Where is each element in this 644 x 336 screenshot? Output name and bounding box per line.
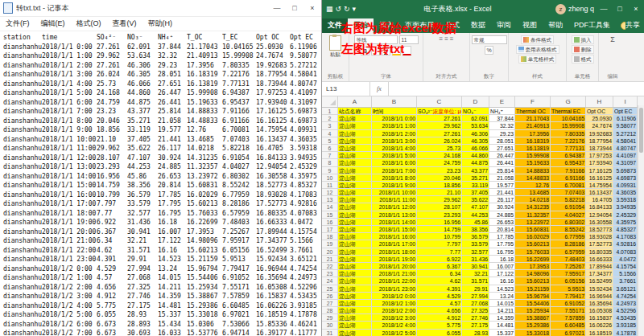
excel-cell[interactable]: NH₄⁺ (489, 108, 515, 115)
row-number[interactable]: 31 (322, 330, 338, 336)
excel-cell[interactable]: 14.523 (489, 285, 515, 293)
excel-cell[interactable]: 4.74254 (613, 293, 638, 300)
excel-cell[interactable]: 44.875 (462, 159, 489, 166)
ribbon-tab-7[interactable]: 视图 (517, 18, 543, 33)
excel-cell[interactable]: Opt EC (613, 108, 638, 115)
excel-cell[interactable]: 2018/1/1 0:00 (372, 115, 417, 122)
excel-cell[interactable]: 14.359 (489, 314, 515, 322)
excel-cell[interactable]: 4.92816 (613, 240, 638, 248)
excel-cell[interactable]: 26.117 (489, 196, 515, 203)
ribbon-tab-9[interactable]: PDF工具集 (568, 18, 616, 33)
excel-cell[interactable]: 淀山湖 (338, 270, 372, 277)
excel-cell[interactable]: 15.60213 (515, 277, 551, 285)
excel-cell[interactable]: 19.577 (489, 182, 515, 189)
excel-cell[interactable]: 淀山湖 (338, 330, 372, 336)
excel-cell[interactable]: 32.21 (462, 270, 489, 277)
row-number[interactable]: 15 (322, 211, 338, 219)
excel-cell[interactable]: 17.3956 (515, 130, 551, 137)
excel-cell[interactable]: 17.93940 (586, 159, 613, 166)
excel-cell[interactable]: 14.759 (417, 226, 462, 233)
ribbon-tab-8[interactable]: 帮助 (543, 18, 568, 33)
excel-cell[interactable]: 21.17043 (515, 115, 551, 122)
excel-cell[interactable]: 20.046 (417, 174, 462, 182)
column-header-B[interactable]: B (372, 96, 417, 107)
row-number[interactable]: 22 (322, 263, 338, 270)
row-number[interactable]: 13 (322, 196, 338, 203)
excel-cell[interactable]: 35.271 (462, 174, 489, 182)
share-button[interactable]: 共享 (625, 20, 644, 33)
excel-cell[interactable]: 26.653 (489, 219, 515, 226)
excel-cell[interactable]: 2018/1/1 10:00 (372, 189, 417, 196)
excel-cell[interactable]: 29.962 (417, 122, 462, 129)
save-icon[interactable]: ▦ (326, 5, 333, 13)
excel-cell[interactable]: 27.746 (462, 314, 489, 322)
excel-cell[interactable]: 2018/1/1 22:00 (372, 277, 417, 285)
excel-grid[interactable]: 1站点名称时间SO₄²⁻浓度单位: μg/m³NO₃⁻NH₄⁺Thermal O… (322, 108, 638, 336)
excel-close-icon[interactable]: × (628, 0, 644, 18)
excel-cell[interactable]: 5.1566 (613, 270, 638, 277)
excel-cell[interactable]: 17.89944 (586, 263, 613, 270)
excel-cell[interactable]: 淀山湖 (338, 152, 372, 159)
excel-cell[interactable]: 5.69873 (613, 167, 638, 174)
excel-cell[interactable]: 15.54406 (515, 300, 551, 307)
excel-cell[interactable]: 4.41097 (613, 152, 638, 159)
excel-cell[interactable]: 2018/1/1 8:00 (372, 174, 417, 182)
excel-cell[interactable]: 16.30558 (586, 219, 613, 226)
excel-cell[interactable]: 2018/1/1 20:00 (372, 263, 417, 270)
column-header-I[interactable]: I (613, 96, 638, 107)
excel-cell[interactable]: 18.73944 (586, 145, 613, 152)
excel-cell[interactable]: 3.93185 (613, 322, 638, 329)
excel-cell[interactable]: 6.80302 (551, 219, 586, 226)
excel-cell[interactable]: 32.32 (489, 122, 515, 129)
excel-cell[interactable]: 4.85327 (613, 226, 638, 233)
excel-cell[interactable]: 4.0472 (613, 256, 638, 263)
excel-cell[interactable]: 27.651 (489, 145, 515, 152)
excel-cell[interactable]: 14.015 (489, 300, 515, 307)
excel-cell[interactable]: 6.367 (417, 263, 462, 270)
excel-cell[interactable]: 2018/1/1 3:00 (372, 137, 417, 145)
excel-cell[interactable]: 35.622 (462, 196, 489, 203)
excel-cell[interactable]: 3.94935 (613, 203, 638, 211)
excel-cell[interactable]: 27.994 (462, 293, 489, 300)
excel-cell[interactable]: 2018/1/1 9:00 (372, 182, 417, 189)
excel-cell[interactable]: 16.4705 (586, 196, 613, 203)
excel-cell[interactable]: 时间 (372, 108, 417, 115)
excel-cell[interactable]: 2018/1/1 16:00 (372, 233, 417, 240)
excel-cell[interactable]: 4.07083 (613, 248, 638, 256)
excel-cell[interactable]: 7.79417 (551, 293, 586, 300)
excel-cell[interactable]: 4.31097 (613, 159, 638, 166)
excel-cell[interactable]: 淀山湖 (338, 293, 372, 300)
excel-cell[interactable]: 16.13437 (586, 189, 613, 196)
excel-cell[interactable]: 站点名称 (338, 108, 372, 115)
excel-cell[interactable]: 16.18 (489, 256, 515, 263)
vertical-scrollbar[interactable] (638, 105, 644, 336)
excel-cell[interactable]: Thermal OC (515, 108, 551, 115)
excel-cell[interactable]: 淀山湖 (338, 182, 372, 189)
excel-cell[interactable]: 25.0930 (586, 115, 613, 122)
excel-cell[interactable]: 淀山湖 (338, 300, 372, 307)
row-number[interactable]: 24 (322, 277, 338, 285)
row-number[interactable]: 10 (322, 174, 338, 182)
row-number[interactable]: 23 (322, 270, 338, 277)
excel-cell[interactable]: 15.38867 (515, 314, 551, 322)
excel-cell[interactable]: 3.7661 (613, 277, 638, 285)
excel-cell[interactable]: 4.58041 (613, 137, 638, 145)
excel-cell[interactable]: 45.86 (462, 219, 489, 226)
excel-cell[interactable]: 6.34 (417, 270, 462, 277)
excel-cell[interactable]: 36.579 (462, 233, 489, 240)
column-header-H[interactable]: H (586, 96, 613, 107)
excel-cell[interactable]: 2018/1/2 0:00 (372, 293, 417, 300)
excel-cell[interactable]: 2018/1/1 4:00 (372, 145, 417, 152)
excel-cell[interactable]: 淀山湖 (338, 314, 372, 322)
excel-cell[interactable]: 17.16125 (586, 167, 613, 174)
notepad-menu-item-0[interactable]: 文件(F) (0, 18, 35, 29)
excel-cell[interactable]: 6.922 (417, 256, 462, 263)
paste-button[interactable]: 粘贴 (329, 35, 341, 59)
excel-cell[interactable]: 4.15754 (613, 263, 638, 270)
excel-cell[interactable]: 10.04165 (551, 115, 586, 122)
conditional-formatting-button[interactable]: 条件格式 (521, 35, 554, 44)
excel-cell[interactable]: 27.068 (462, 300, 489, 307)
excel-cell[interactable]: 7.77 (417, 248, 462, 256)
excel-cell[interactable]: 6.60485 (551, 322, 586, 329)
excel-cell[interactable]: 5.775 (417, 322, 462, 329)
